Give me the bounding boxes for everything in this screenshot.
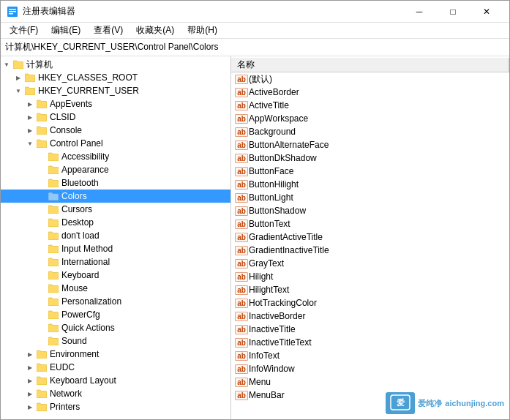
tree-item-cursors[interactable]: Cursors	[1, 203, 230, 216]
detail-item-name: ButtonLight	[249, 192, 293, 203]
detail-row[interactable]: abGradientInactiveTitle	[231, 244, 509, 257]
detail-column-header: 名称	[231, 58, 509, 72]
tree-item-personalization[interactable]: Personalization	[1, 295, 230, 308]
tree-label-sound: Sound	[61, 336, 87, 346]
tree-item-keyboard_layout[interactable]: ▶ Keyboard Layout	[1, 374, 230, 387]
title-bar: 注册表编辑器 ─ □ ✕	[1, 1, 509, 23]
tree-item-environment[interactable]: ▶ Environment	[1, 348, 230, 361]
detail-header: 名称	[231, 58, 509, 72]
detail-row[interactable]: ab(默认)	[231, 72, 509, 86]
menu-item-e[interactable]: 编辑(E)	[45, 23, 86, 38]
detail-row[interactable]: abInfoText	[231, 349, 509, 362]
minimize-button[interactable]: ─	[402, 1, 436, 23]
detail-row[interactable]: abHilightText	[231, 283, 509, 296]
tree-item-desktop[interactable]: Desktop	[1, 216, 230, 229]
detail-row[interactable]: abButtonText	[231, 217, 509, 230]
svg-rect-3	[9, 13, 13, 15]
detail-row[interactable]: abGradientActiveTitle	[231, 230, 509, 244]
watermark-box: 爱	[386, 392, 415, 414]
tree-toggle-eudc[interactable]: ▶	[24, 361, 36, 373]
tree-item-international[interactable]: International	[1, 255, 230, 269]
tree-item-appevents[interactable]: ▶ AppEvents	[1, 97, 230, 110]
tree-item-accessibility[interactable]: Accessibility	[1, 150, 230, 163]
tree-item-colors[interactable]: Colors	[1, 190, 230, 203]
tree-toggle-keyboard_layout[interactable]: ▶	[24, 375, 36, 386]
tree-item-dont_load[interactable]: don't load	[1, 229, 230, 242]
detail-row[interactable]: abButtonAlternateFace	[231, 138, 509, 151]
tree-pane[interactable]: ▼ 计算机▶ HKEY_CLASSES_ROOT▼ HKEY_CURRENT_U…	[1, 56, 231, 419]
folder-icon-eudc	[36, 361, 48, 373]
detail-row[interactable]: abMenu	[231, 375, 509, 389]
detail-row[interactable]: abButtonDkShadow	[231, 151, 509, 165]
tree-label-bluetooth: Bluetooth	[61, 178, 99, 188]
detail-row[interactable]: abGrayText	[231, 257, 509, 270]
folder-icon-keyboard	[48, 269, 59, 281]
detail-row[interactable]: abButtonLight	[231, 191, 509, 204]
folder-icon-powercfg	[48, 309, 59, 320]
detail-row[interactable]: abInactiveTitle	[231, 323, 509, 336]
folder-icon-colors	[48, 190, 59, 202]
detail-item-name: Hilight	[249, 271, 273, 282]
tree-toggle-environment[interactable]: ▶	[24, 348, 36, 360]
tree-toggle-hkey_current_user[interactable]: ▼	[12, 85, 24, 97]
watermark: 爱 爱纯净 aichunjing.com	[386, 392, 504, 414]
tree-label-input_method: Input Method	[61, 244, 113, 254]
tree-item-mouse[interactable]: Mouse	[1, 282, 230, 295]
detail-row[interactable]: abInfoWindow	[231, 362, 509, 375]
tree-toggle-hkey_classes_root[interactable]: ▶	[12, 72, 24, 83]
tree-item-powercfg[interactable]: PowerCfg	[1, 308, 230, 321]
detail-row[interactable]: abButtonHilight	[231, 178, 509, 191]
detail-row[interactable]: abButtonShadow	[231, 204, 509, 217]
tree-item-network[interactable]: ▶ Network	[1, 387, 230, 400]
window-title: 注册表编辑器	[23, 5, 75, 18]
tree-item-clsid[interactable]: ▶ CLSID	[1, 110, 230, 124]
tree-item-printers[interactable]: ▶ Printers	[1, 400, 230, 413]
tree-toggle-appevents[interactable]: ▶	[24, 98, 36, 110]
detail-row[interactable]: abInactiveBorder	[231, 310, 509, 323]
tree-item-keyboard[interactable]: Keyboard	[1, 269, 230, 282]
tree-item-quick_actions[interactable]: Quick Actions	[1, 321, 230, 334]
ab-icon: ab	[234, 138, 249, 151]
title-controls: ─ □ ✕	[402, 1, 503, 23]
menu-item-f[interactable]: 文件(F)	[4, 23, 44, 38]
detail-row[interactable]: abActiveTitle	[231, 99, 509, 112]
svg-rect-1	[9, 9, 16, 10]
tree-toggle-printers[interactable]: ▶	[24, 401, 36, 413]
folder-icon-international	[48, 256, 59, 268]
folder-icon-appearance	[48, 164, 59, 176]
tree-toggle-control_panel[interactable]: ▼	[24, 138, 36, 149]
detail-row[interactable]: abButtonFace	[231, 165, 509, 178]
tree-item-hkey_current_user[interactable]: ▼ HKEY_CURRENT_USER	[1, 84, 230, 97]
tree-toggle-clsid[interactable]: ▶	[24, 111, 36, 123]
tree-item-control_panel[interactable]: ▼ Control Panel	[1, 137, 230, 150]
maximize-button[interactable]: □	[436, 1, 470, 23]
tree-toggle-computer[interactable]: ▼	[1, 59, 12, 70]
menu-item-a[interactable]: 收藏夹(A)	[130, 23, 180, 38]
ab-icon: ab	[234, 310, 249, 323]
ab-icon: ab	[234, 336, 249, 349]
folder-icon-printers	[36, 401, 48, 413]
folder-icon-keyboard_layout	[36, 375, 48, 386]
tree-item-computer[interactable]: ▼ 计算机	[1, 58, 230, 71]
detail-row[interactable]: abHilight	[231, 270, 509, 283]
detail-pane[interactable]: 名称 ab(默认)abActiveBorderabActiveTitleabAp…	[231, 56, 509, 419]
folder-icon-mouse	[48, 282, 59, 294]
detail-row[interactable]: abBackground	[231, 125, 509, 138]
menu-item-v[interactable]: 查看(V)	[88, 23, 129, 38]
detail-row[interactable]: abInactiveTitleText	[231, 336, 509, 349]
tree-item-bluetooth[interactable]: Bluetooth	[1, 176, 230, 190]
tree-toggle-console[interactable]: ▶	[24, 124, 36, 136]
detail-item-name: HilightText	[249, 285, 289, 295]
tree-item-console[interactable]: ▶ Console	[1, 124, 230, 137]
tree-item-appearance[interactable]: Appearance	[1, 163, 230, 176]
close-button[interactable]: ✕	[470, 1, 503, 23]
tree-item-input_method[interactable]: Input Method	[1, 242, 230, 255]
detail-row[interactable]: abAppWorkspace	[231, 112, 509, 125]
detail-row[interactable]: abActiveBorder	[231, 86, 509, 99]
tree-item-sound[interactable]: Sound	[1, 334, 230, 348]
detail-row[interactable]: abHotTrackingColor	[231, 296, 509, 310]
tree-item-hkey_classes_root[interactable]: ▶ HKEY_CLASSES_ROOT	[1, 71, 230, 84]
tree-item-eudc[interactable]: ▶ EUDC	[1, 361, 230, 374]
tree-toggle-network[interactable]: ▶	[24, 388, 36, 400]
menu-item-h[interactable]: 帮助(H)	[181, 23, 223, 38]
